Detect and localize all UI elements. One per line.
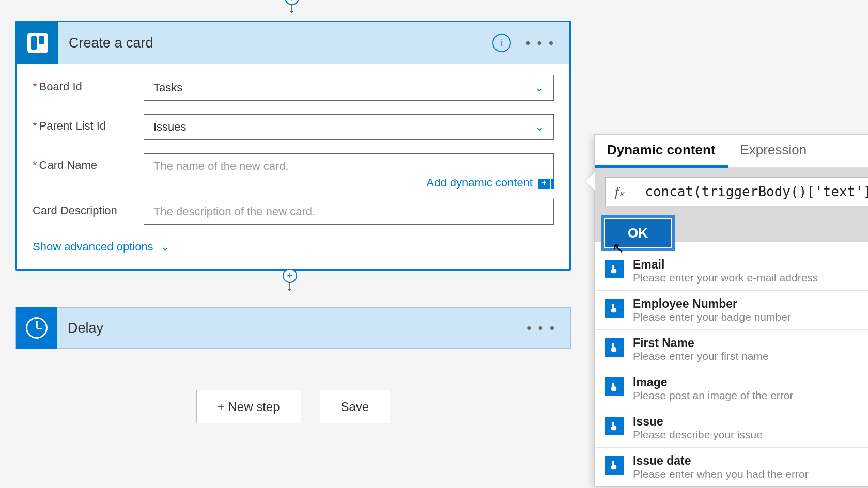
arrow-down-icon: ↓ — [286, 282, 293, 291]
dynamic-item-employee-number[interactable]: Employee NumberPlease enter your badge n… — [595, 290, 868, 329]
dynamic-item-sub: Please enter your work e-mail address — [633, 272, 818, 284]
card-description-label: Card Description — [33, 199, 144, 217]
info-icon[interactable]: i — [492, 34, 511, 52]
fx-icon: fₓ — [606, 178, 634, 206]
card-name-label: *Card Name — [33, 153, 144, 172]
dynamic-item-title: Email — [633, 258, 818, 272]
chevron-down-icon: ⌄ — [535, 81, 544, 95]
more-icon[interactable]: • • • — [525, 35, 555, 51]
board-id-select[interactable]: Tasks⌄ — [144, 75, 554, 101]
chevron-down-icon: ⌄ — [535, 120, 544, 134]
panel-pointer-icon — [585, 172, 595, 191]
expression-area: fₓ concat(triggerBody()['text'], ' OK ↖ — [595, 168, 868, 242]
trello-icon — [17, 22, 58, 64]
dynamic-item-issue[interactable]: IssuePlease describe your issue — [595, 408, 868, 447]
dynamic-item-title: First Name — [633, 336, 769, 350]
touch-icon — [605, 338, 624, 357]
dynamic-item-sub: Please enter your first name — [633, 350, 769, 363]
field-card-name: *Card Name — [33, 153, 554, 179]
footer-buttons: + New step Save — [16, 390, 571, 423]
expression-text[interactable]: concat(triggerBody()['text'], ' — [634, 184, 868, 199]
new-step-button[interactable]: + New step — [196, 390, 301, 423]
dynamic-item-sub: Please describe your issue — [633, 429, 763, 441]
dynamic-content-panel: Dynamic content Expression fₓ concat(tri… — [594, 134, 868, 487]
more-icon[interactable]: • • • — [526, 320, 556, 336]
card-description-input[interactable] — [144, 199, 554, 225]
touch-icon — [605, 377, 624, 396]
card-name-input[interactable] — [144, 153, 554, 179]
expression-input-row[interactable]: fₓ concat(triggerBody()['text'], ' — [605, 177, 868, 206]
delay-title: Delay — [68, 320, 526, 336]
ok-button[interactable]: OK — [605, 219, 671, 247]
flow-connector-mid: + ↓ — [283, 269, 297, 291]
field-board-id: *Board Id Tasks⌄ — [33, 75, 554, 101]
field-card-description: Card Description — [33, 199, 554, 225]
tab-expression[interactable]: Expression — [728, 135, 819, 167]
create-card-action: Create a card i • • • *Board Id Tasks⌄ *… — [16, 21, 571, 271]
parent-list-id-label: *Parent List Id — [33, 114, 144, 133]
dynamic-panel-tabs: Dynamic content Expression — [595, 135, 868, 168]
dynamic-item-image[interactable]: ImagePlease post an image of the error — [595, 369, 868, 408]
delay-action[interactable]: Delay • • • — [16, 307, 571, 349]
flow-connector-top: + ↓ — [282, 0, 302, 13]
chevron-down-icon: ⌄ — [161, 240, 170, 254]
field-parent-list-id: *Parent List Id Issues⌄ — [33, 114, 554, 140]
dynamic-item-title: Issue date — [633, 454, 809, 468]
dynamic-item-title: Employee Number — [633, 297, 791, 311]
dynamic-item-sub: Please enter your badge number — [633, 311, 791, 323]
dynamic-item-sub: Please post an image of the error — [633, 389, 794, 402]
parent-list-id-select[interactable]: Issues⌄ — [144, 114, 554, 140]
save-button[interactable]: Save — [320, 390, 391, 423]
ok-button-highlight: OK — [601, 215, 675, 251]
show-advanced-options[interactable]: Show advanced options⌄ — [33, 240, 170, 254]
dynamic-item-sub: Please enter when you had the error — [633, 468, 809, 480]
board-id-label: *Board Id — [33, 75, 144, 93]
dynamic-item-issue-date[interactable]: Issue datePlease enter when you had the … — [595, 447, 868, 486]
action-header[interactable]: Create a card i • • • — [17, 22, 569, 64]
touch-icon — [605, 260, 624, 278]
touch-icon — [605, 456, 624, 475]
dynamic-item-email[interactable]: EmailPlease enter your work e-mail addre… — [595, 251, 868, 290]
tab-dynamic-content[interactable]: Dynamic content — [595, 135, 728, 167]
delay-clock-icon — [16, 307, 57, 349]
arrow-down-icon: ↓ — [288, 4, 296, 13]
touch-icon — [605, 299, 624, 318]
dynamic-item-title: Image — [633, 375, 794, 389]
dynamic-content-list: EmailPlease enter your work e-mail addre… — [595, 242, 868, 486]
touch-icon — [605, 417, 624, 435]
dynamic-item-title: Issue — [633, 415, 763, 429]
action-body: *Board Id Tasks⌄ *Parent List Id Issues⌄… — [17, 64, 569, 269]
action-title: Create a card — [69, 35, 492, 51]
dynamic-item-first-name[interactable]: First NamePlease enter your first name — [595, 329, 868, 369]
